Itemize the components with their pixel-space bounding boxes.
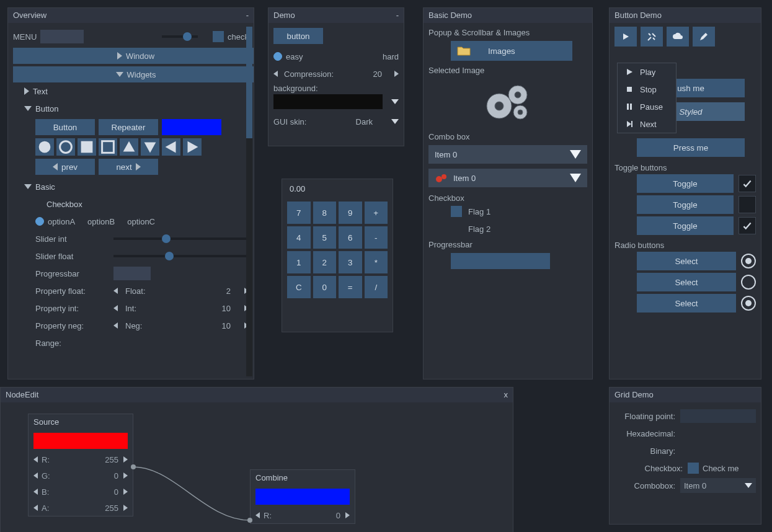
tree-text[interactable]: Text	[13, 82, 249, 100]
color-swatch[interactable]	[162, 119, 221, 135]
option-c[interactable]: optionC	[127, 217, 155, 226]
option-a[interactable]: optionA	[35, 217, 75, 226]
calc-key-6[interactable]: 6	[339, 226, 362, 249]
prev-button[interactable]: prev	[35, 159, 95, 175]
demo-title-bar[interactable]: Demo -	[268, 8, 404, 23]
calc-key-0[interactable]: 0	[313, 276, 337, 298]
gui-skin-value[interactable]: Dark	[356, 117, 373, 126]
toggle-3[interactable]: Toggle	[637, 216, 734, 235]
toolbar-cloud-button[interactable]	[667, 27, 689, 47]
calc-key-3[interactable]: 3	[339, 251, 362, 273]
source-b-value[interactable]: 0	[114, 487, 118, 497]
button-button[interactable]: Button	[35, 119, 95, 135]
toolbar-tools-button[interactable]	[641, 27, 663, 47]
arrow-right-icon[interactable]	[394, 71, 399, 77]
calc-key-5[interactable]: 5	[313, 226, 337, 249]
demo-button[interactable]: button	[273, 28, 323, 44]
combine-node[interactable]: Combine R:0	[250, 469, 355, 524]
triangle-up-icon[interactable]	[120, 138, 138, 156]
background-swatch[interactable]	[273, 94, 383, 109]
tree-basic[interactable]: Basic	[13, 178, 249, 195]
arrow-left-icon[interactable]	[33, 456, 38, 463]
calc-key-=[interactable]: =	[339, 276, 362, 298]
radio-easy[interactable]: easy	[273, 52, 303, 61]
toggle-1[interactable]: Toggle	[637, 174, 734, 193]
triangle-left-icon[interactable]	[162, 138, 180, 156]
progressbar[interactable]	[113, 267, 151, 280]
menu-pause[interactable]: Pause	[618, 98, 676, 115]
toggle-1-check[interactable]	[739, 175, 756, 192]
basic-progressbar[interactable]	[451, 253, 550, 269]
option-b[interactable]: optionB	[87, 217, 115, 226]
arrow-left-icon[interactable]	[33, 489, 38, 495]
triangle-down-icon[interactable]	[141, 138, 159, 156]
compression-value[interactable]: 20	[373, 69, 382, 79]
flag-2[interactable]: Flag 2	[428, 220, 587, 237]
menu-color-slot[interactable]	[40, 30, 84, 43]
source-color-swatch[interactable]	[33, 433, 128, 449]
grid-binary-input[interactable]	[680, 444, 756, 458]
triangle-right-icon[interactable]	[183, 138, 202, 156]
calc-key-1[interactable]: 1	[287, 251, 311, 273]
combine-r-value[interactable]: 0	[336, 511, 340, 520]
calc-key-2[interactable]: 2	[313, 251, 337, 273]
menu-slider[interactable]	[162, 35, 198, 38]
menu-stop[interactable]: Stop	[618, 81, 676, 98]
select-3-radio[interactable]	[741, 296, 756, 311]
node-edit-title-bar[interactable]: NodeEdit x	[1, 388, 513, 402]
tree-window[interactable]: Window	[13, 48, 254, 64]
source-node[interactable]: Source R:255 G:0 B:0 A:255	[28, 414, 133, 516]
toggle-3-check[interactable]	[739, 217, 756, 234]
arrow-left-icon[interactable]	[113, 305, 118, 311]
slider-float[interactable]	[113, 255, 249, 257]
square-outline-icon[interactable]	[99, 138, 117, 156]
calc-key-/[interactable]: /	[365, 276, 388, 298]
press-me-button[interactable]: Press me	[637, 138, 745, 157]
grid-hex-input[interactable]	[680, 427, 756, 440]
calc-key-9[interactable]: 9	[339, 202, 362, 224]
circle-filled-icon[interactable]	[35, 138, 54, 156]
select-2[interactable]: Select	[637, 273, 736, 291]
menu-play[interactable]: Play	[618, 63, 676, 81]
basic-demo-title-bar[interactable]: Basic Demo	[424, 8, 592, 23]
arrow-left-icon[interactable]	[33, 472, 38, 479]
arrow-right-icon[interactable]	[345, 512, 350, 518]
menu-checkbox[interactable]	[213, 31, 224, 42]
grid-combobox[interactable]: Item 0	[680, 478, 756, 493]
toggle-2[interactable]: Toggle	[637, 195, 734, 214]
chevron-down-icon[interactable]	[391, 119, 399, 124]
source-g-value[interactable]: 0	[114, 471, 118, 481]
tree-widgets[interactable]: Widgets	[13, 66, 254, 82]
grid-demo-title-bar[interactable]: Grid Demo	[610, 388, 761, 402]
calc-key-8[interactable]: 8	[313, 202, 337, 224]
select-2-radio[interactable]	[741, 275, 756, 290]
tree-button[interactable]: Button	[13, 100, 249, 117]
radio-hard[interactable]: hard	[383, 52, 399, 61]
toggle-2-check[interactable]	[739, 196, 756, 213]
chevron-down-icon[interactable]	[391, 99, 399, 104]
toolbar-pencil-button[interactable]	[693, 27, 715, 47]
images-button[interactable]: Images	[451, 41, 572, 61]
next-button[interactable]: next	[99, 159, 158, 175]
overview-title-bar[interactable]: Overview -	[8, 8, 254, 23]
overview-minimize[interactable]: -	[246, 8, 249, 23]
grid-checkme[interactable]: Check me	[688, 463, 756, 474]
combo-1[interactable]: Item 0	[428, 145, 587, 164]
arrow-right-icon[interactable]	[123, 456, 128, 463]
toolbar-play-button[interactable]	[614, 27, 637, 47]
arrow-right-icon[interactable]	[123, 489, 128, 495]
arrow-right-icon[interactable]	[123, 505, 128, 511]
arrow-left-icon[interactable]	[113, 288, 118, 294]
combo-2[interactable]: Item 0	[428, 169, 587, 187]
arrow-left-icon[interactable]	[33, 505, 38, 511]
arrow-left-icon[interactable]	[113, 322, 118, 329]
calc-key-C[interactable]: C	[287, 276, 311, 298]
overview-scrollbar[interactable]	[246, 27, 252, 376]
combine-color-swatch[interactable]	[255, 489, 350, 505]
arrow-right-icon[interactable]	[123, 472, 128, 479]
select-3[interactable]: Select	[637, 294, 736, 313]
basic-checkbox[interactable]: Checkbox	[13, 195, 249, 213]
calc-key--[interactable]: -	[365, 226, 388, 249]
property-neg-value[interactable]: 10	[222, 321, 231, 330]
repeater-button[interactable]: Repeater	[99, 119, 158, 135]
